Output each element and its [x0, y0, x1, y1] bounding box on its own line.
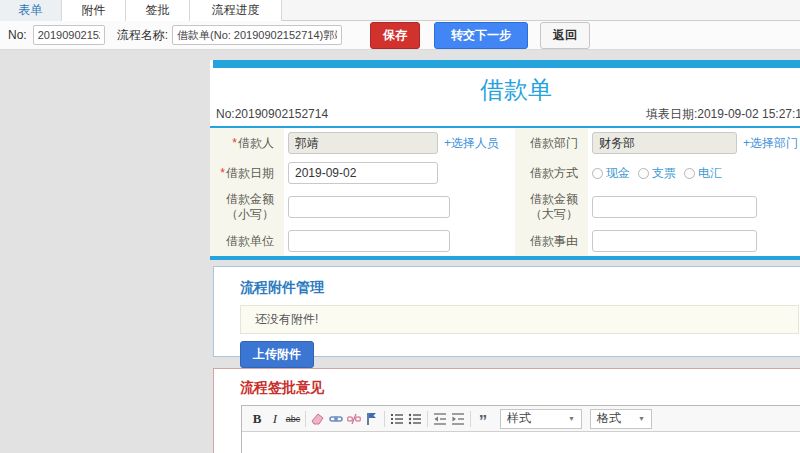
borrower-input[interactable] — [288, 132, 438, 154]
bold-icon[interactable]: B — [248, 410, 266, 428]
approval-panel: 流程签批意见 B I abc — [213, 368, 800, 453]
indent-icon[interactable] — [449, 410, 467, 428]
form-grid: *借款人 +选择人员 借款部门 +选择部门 *借款日期 借款方式 现金 支票 电… — [210, 128, 800, 256]
radio-wire[interactable]: 电汇 — [684, 165, 722, 182]
outdent-icon[interactable] — [431, 410, 449, 428]
radio-circle-icon — [592, 168, 603, 179]
no-label: No: — [8, 28, 27, 42]
borrow-reason-label: 借款事由 — [515, 226, 588, 256]
amount-uppercase-input[interactable] — [592, 196, 757, 218]
borrow-date-input[interactable] — [288, 162, 438, 184]
radio-circle-icon — [684, 168, 695, 179]
style-dropdown[interactable]: 样式▼ — [500, 409, 582, 429]
tab-progress[interactable]: 流程进度 — [190, 0, 282, 21]
form-no-text: No:20190902152714 — [216, 106, 328, 122]
borrow-dept-input[interactable] — [592, 132, 737, 154]
radio-cheque[interactable]: 支票 — [638, 165, 676, 182]
back-button[interactable]: 返回 — [540, 22, 590, 49]
no-input[interactable] — [33, 25, 105, 45]
form-date-text: 填表日期:2019-09-02 15:27:1 — [646, 106, 800, 122]
tab-bar: 表单 附件 签批 流程进度 — [0, 0, 800, 21]
top-accent-bar — [213, 60, 800, 68]
attachment-panel: 流程附件管理 还没有附件! 上传附件 — [213, 266, 800, 357]
radio-cash[interactable]: 现金 — [592, 165, 630, 182]
borrower-label: *借款人 — [210, 128, 284, 158]
strikethrough-icon[interactable]: abc — [284, 410, 302, 428]
italic-icon[interactable]: I — [266, 410, 284, 428]
editor-toolbar: B I abc — [242, 406, 800, 432]
editor-content-area[interactable] — [242, 432, 800, 453]
format-dropdown[interactable]: 格式▼ — [590, 409, 652, 429]
remove-format-icon[interactable] — [309, 410, 327, 428]
tab-approval[interactable]: 签批 — [126, 0, 190, 21]
chevron-down-icon: ▼ — [568, 415, 575, 422]
tab-attachments[interactable]: 附件 — [62, 0, 126, 21]
no-attachment-notice: 还没有附件! — [240, 305, 799, 334]
form-title: 借款单 — [210, 68, 800, 106]
ordered-list-icon[interactable] — [388, 410, 406, 428]
tab-form[interactable]: 表单 — [0, 0, 62, 21]
unlink-icon[interactable] — [345, 410, 363, 428]
divider — [384, 411, 385, 427]
loan-form-panel: 借款单 No:20190902152714 填表日期:2019-09-02 15… — [210, 60, 800, 260]
toolbar: No: 流程名称: 保存 转交下一步 返回 — [0, 21, 800, 50]
divider — [305, 411, 306, 427]
save-button[interactable]: 保存 — [370, 22, 420, 49]
borrow-reason-input[interactable] — [592, 230, 757, 252]
borrow-date-label: *借款日期 — [210, 158, 284, 188]
amount-lowercase-label: 借款金额（小写） — [210, 188, 284, 226]
borrow-unit-input[interactable] — [288, 230, 450, 252]
attachment-heading: 流程附件管理 — [240, 279, 800, 297]
bullet-list-icon[interactable] — [406, 410, 424, 428]
anchor-flag-icon[interactable] — [363, 410, 381, 428]
bottom-accent-bar — [210, 256, 800, 260]
select-dept-link[interactable]: +选择部门 — [743, 135, 798, 152]
forward-next-step-button[interactable]: 转交下一步 — [434, 22, 528, 49]
link-icon[interactable] — [327, 410, 345, 428]
amount-lowercase-input[interactable] — [288, 196, 450, 218]
radio-circle-icon — [638, 168, 649, 179]
blockquote-icon[interactable]: ” — [474, 410, 492, 428]
upload-attachment-button[interactable]: 上传附件 — [240, 341, 314, 368]
amount-uppercase-label: 借款金额（大写） — [515, 188, 588, 226]
borrow-dept-label: 借款部门 — [515, 128, 588, 158]
flow-name-input[interactable] — [172, 25, 342, 45]
borrow-unit-label: 借款单位 — [210, 226, 284, 256]
rich-text-editor: B I abc — [241, 405, 800, 453]
divider — [427, 411, 428, 427]
approval-heading: 流程签批意见 — [240, 379, 800, 397]
select-person-link[interactable]: +选择人员 — [444, 135, 499, 152]
flow-name-label: 流程名称: — [117, 27, 168, 44]
borrow-method-label: 借款方式 — [515, 158, 588, 188]
chevron-down-icon: ▼ — [638, 415, 645, 422]
divider — [470, 411, 471, 427]
